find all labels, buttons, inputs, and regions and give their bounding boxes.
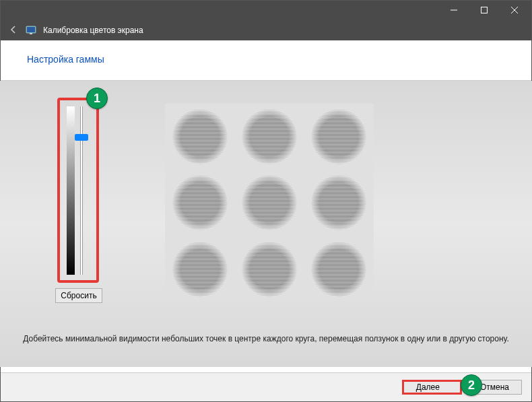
gamma-cell <box>165 170 234 236</box>
annotation-badge-2: 2 <box>461 374 482 396</box>
gamma-dot-icon <box>172 242 228 297</box>
annotation-badge-1: 1 <box>86 88 108 109</box>
footer: Далее Отмена <box>1 372 531 401</box>
gamma-preview-grid <box>165 104 374 302</box>
slider-thumb[interactable] <box>75 134 88 141</box>
gamma-dot-icon <box>242 109 297 164</box>
gamma-dot-icon <box>311 242 366 297</box>
gamma-dot-icon <box>242 242 297 297</box>
slider-track[interactable] <box>80 106 83 275</box>
gamma-cell <box>165 104 234 170</box>
next-button[interactable]: Далее <box>402 380 462 395</box>
gamma-dot-icon <box>311 175 366 230</box>
gamma-dot-icon <box>311 109 366 164</box>
gamma-dot-icon <box>172 175 228 230</box>
gamma-dot-icon <box>242 175 297 230</box>
gamma-cell <box>304 104 374 170</box>
gamma-cell <box>304 170 374 236</box>
gamma-cell <box>165 236 234 302</box>
gamma-slider-container <box>57 98 99 283</box>
gamma-dot-icon <box>172 109 228 164</box>
gamma-cell <box>234 104 304 170</box>
gamma-cell <box>304 236 374 302</box>
gradient-scale <box>67 106 75 275</box>
gamma-cell <box>234 170 304 236</box>
reset-button[interactable]: Сбросить <box>55 288 102 303</box>
main-area: 1 Сбросить Добейтесь минимальной видимос… <box>0 81 532 367</box>
gamma-cell <box>234 236 304 302</box>
instruction-text: Добейтесь минимальной видимости небольши… <box>0 333 532 345</box>
